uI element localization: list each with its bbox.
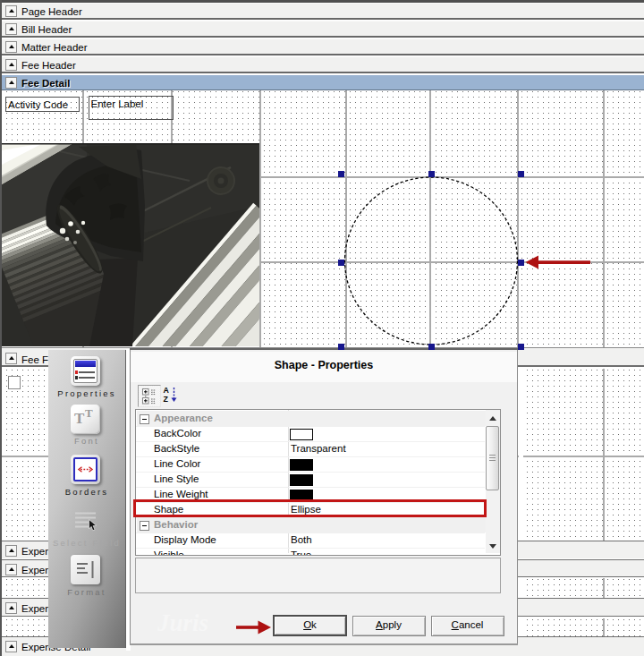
svg-text:A: A	[164, 386, 170, 395]
svg-text:Z: Z	[164, 395, 169, 404]
